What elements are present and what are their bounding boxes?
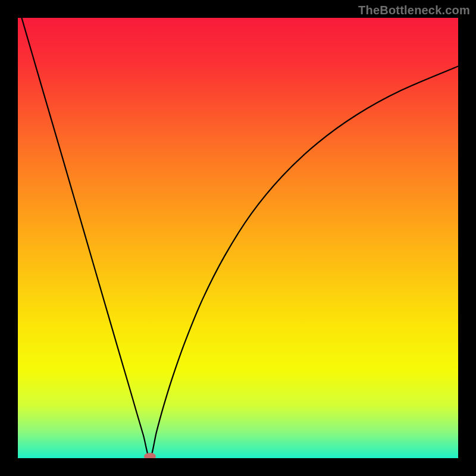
chart-frame: TheBottleneck.com — [0, 0, 476, 476]
plot-area — [18, 18, 458, 458]
plot-svg — [18, 18, 458, 458]
watermark-text: TheBottleneck.com — [358, 4, 470, 17]
gradient-background — [18, 18, 458, 458]
